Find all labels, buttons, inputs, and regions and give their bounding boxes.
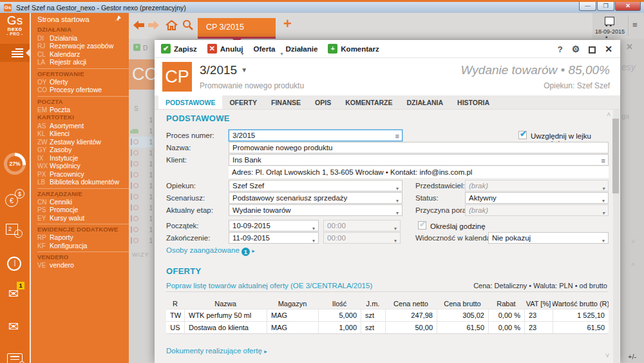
new-tab-button[interactable]: + <box>283 15 292 32</box>
background-list-row: 1 <box>129 126 155 137</box>
sidebar-item-lb[interactable]: LBBiblioteka dokumentów <box>37 178 129 186</box>
sidebar-item-cl[interactable]: CLKalendarz <box>37 50 129 59</box>
table-header-cell: Cena netto <box>385 292 437 309</box>
chevron-down-icon[interactable]: ▼ <box>241 66 247 74</box>
scrollbar-thumb[interactable] <box>612 119 619 193</box>
sidebar-item-start[interactable]: Strona startowa <box>37 15 129 26</box>
table-cell: 0,00 % <box>488 322 524 333</box>
sidebar-item-co[interactable]: COProcesy ofertowe <box>37 86 129 94</box>
sidebar-item-ey[interactable]: EYKursy walut <box>37 214 129 222</box>
zakonczenie-date-select[interactable]: 11-09-2015▾ <box>229 232 319 244</box>
sidebar-item-label: Poczta <box>50 106 70 113</box>
help-button[interactable]: ? <box>558 44 563 54</box>
home-icon[interactable] <box>166 19 178 31</box>
sidebar-item-kl[interactable]: KLKlienci <box>37 130 129 138</box>
pin-icon[interactable] <box>115 15 121 22</box>
search-icon[interactable] <box>182 19 193 30</box>
opiekun-select[interactable]: Szef Szef▾ <box>229 180 402 191</box>
scroll-down-chevron[interactable]: ˅ <box>605 352 609 359</box>
godzina-checkbox-label[interactable]: Określaj godzinę <box>430 222 486 230</box>
widocznosc-select[interactable]: Nie pokazuj▾ <box>488 232 609 244</box>
klient-input[interactable]: Ins Bank ≡ <box>229 154 609 166</box>
app-menu-icon[interactable]: ≡ <box>632 20 638 30</box>
osoby-zaangazowane-link[interactable]: Osoby zaangażowane 1 ▸ <box>166 246 255 256</box>
sidebar-item-ix[interactable]: IXInstytucje <box>37 154 129 162</box>
flag-bar-icon <box>131 182 132 189</box>
dialog-tab-opis[interactable]: OPIS <box>308 95 338 109</box>
action-menu-button[interactable]: Działanie <box>285 45 317 53</box>
comment-plus-icon: + <box>328 44 337 54</box>
calendar-icon[interactable]: ■ ■ ■ <box>605 17 614 25</box>
przedstawiciel-select[interactable]: (brak)▾ <box>465 180 609 191</box>
forward-icon[interactable] <box>148 21 159 30</box>
status-select[interactable]: Aktywny▾ <box>465 192 609 204</box>
dialog-close-icon[interactable]: ✕ <box>605 44 612 54</box>
przyczyna-select[interactable]: (brak)▾ <box>465 204 609 216</box>
sidebar-item-ps[interactable]: PSPromocje <box>37 206 129 214</box>
dokumenty-link[interactable]: Dokumenty realizujące ofertę ▸ <box>166 347 267 355</box>
restore-button[interactable]: ❒ <box>597 2 614 11</box>
license-icon[interactable] <box>7 353 23 363</box>
mail-icon[interactable]: ✉ <box>8 319 19 334</box>
save-button[interactable]: Zapisz <box>174 45 197 53</box>
titlebar[interactable]: Gs Szef Szef na Gestor_nexo - Gestor nex… <box>0 2 644 13</box>
scenariusz-select[interactable]: Podstawowy scenariusz sprzedaży▾ <box>229 192 402 204</box>
dialog-tab-historia[interactable]: HISTORIA <box>450 95 497 109</box>
process-number[interactable]: 3/2015▼ <box>200 63 247 77</box>
dialog-tab-oferty[interactable]: OFERTY <box>222 95 264 109</box>
sidebar-item-wx[interactable]: WXWspólnicy <box>37 162 129 170</box>
proces-numer-input[interactable]: 3/2015 ≡ <box>229 130 402 141</box>
tab-cp-3-2015[interactable]: CP 3/2015 <box>198 18 276 39</box>
minimize-button[interactable]: — <box>579 2 596 11</box>
arrow-right-icon: ▸ <box>264 348 267 355</box>
list-lines-icon[interactable]: ≡ <box>601 155 605 166</box>
close-button[interactable]: ✕ <box>615 2 641 11</box>
sidebar-item-gy[interactable]: GYZasoby <box>37 146 129 154</box>
sidebar-item-oy[interactable]: OYOferty <box>37 78 129 86</box>
godzina-checkbox[interactable]: ✔ <box>418 221 426 230</box>
proces-numer-label: Proces numer: <box>166 132 214 139</box>
flag-bar-icon <box>131 226 132 233</box>
comment-button[interactable]: Komentarz <box>341 45 379 53</box>
sidebar-item-px[interactable]: PXPracownicy <box>37 170 129 179</box>
table-row[interactable]: TWWTK perfumy 50 mlMAG5,000szt247,98305,… <box>166 309 609 321</box>
progress-donut[interactable]: 27% <box>4 153 26 175</box>
table-row[interactable]: USDostawa do klientaMAG1,000szt50,0061,5… <box>166 321 609 333</box>
dialog-tab-podstawowe[interactable]: PODSTAWOWE <box>158 95 222 109</box>
stopwatch-hand: | <box>0 259 30 266</box>
dialog-tab-komentarze[interactable]: KOMENTARZE <box>338 95 399 109</box>
dialog-tab-działania[interactable]: DZIAŁANIA <box>399 95 450 109</box>
gear-icon[interactable]: ⚙ <box>572 44 580 54</box>
sidebar-item-la[interactable]: LARejestr akcji <box>37 58 129 66</box>
sidebar-item-rj[interactable]: RJRezerwacje zasobów <box>37 42 129 50</box>
sidebar-item-ve[interactable]: VEvendero <box>37 261 129 270</box>
poczatek-time-select[interactable]: 00:00▾ <box>323 220 401 231</box>
aktualny-etap-select[interactable]: Wydanie towarów▾ <box>229 204 402 216</box>
sidebar-item-cn[interactable]: CNCenniki <box>37 198 129 206</box>
list-lines-icon[interactable]: ≡ <box>395 131 399 141</box>
sidebar-item-kf[interactable]: KFKonfiguracja <box>37 242 129 250</box>
sidebar-item-rp[interactable]: RPRaporty <box>37 233 129 242</box>
nazwa-input[interactable]: Promowanie nowego produktu <box>229 142 609 153</box>
scroll-up-chevron[interactable]: ˄ <box>607 111 611 118</box>
sidebar-item-di[interactable]: DIDziałania <box>37 34 129 43</box>
funnel-checkbox[interactable]: ✔ <box>518 131 527 139</box>
zakonczenie-time-select[interactable]: 00:00▾ <box>323 232 401 244</box>
table-cell: 1,000 <box>318 322 361 333</box>
sidebar-item-label: Procesy ofertowe <box>50 86 102 93</box>
poczatek-date-select[interactable]: 10-09-2015▾ <box>229 220 319 231</box>
maximize-icon[interactable] <box>589 46 596 54</box>
popraw-liste-link[interactable]: Popraw listę towarów aktualnej oferty (O… <box>166 282 372 289</box>
sidebar-item-em[interactable]: EMPoczta <box>37 106 129 114</box>
sidebar-section-header: EWIDENCJE DODATKOWE <box>37 224 129 233</box>
chevron-down-icon: ▾ <box>602 184 605 191</box>
back-icon[interactable] <box>133 21 144 30</box>
dialog-tab-finanse[interactable]: FINANSE <box>264 95 308 109</box>
dialog-scrollbar[interactable] <box>613 110 620 363</box>
sidebar-item-as[interactable]: ASAsortyment <box>37 122 129 130</box>
offer-menu-button[interactable]: Oferta <box>254 45 276 53</box>
menu-toggle-active-tile[interactable] <box>0 44 30 62</box>
sidebar-item-zw[interactable]: ZWZestawy klientów <box>37 138 129 146</box>
dialog-toolbar: ✔ Zapisz ✕ Anuluj Oferta Działanie + Kom… <box>155 40 620 58</box>
sidebar-menu-list: DZIAŁANIADIDziałaniaRJRezerwacje zasobów… <box>37 26 129 270</box>
